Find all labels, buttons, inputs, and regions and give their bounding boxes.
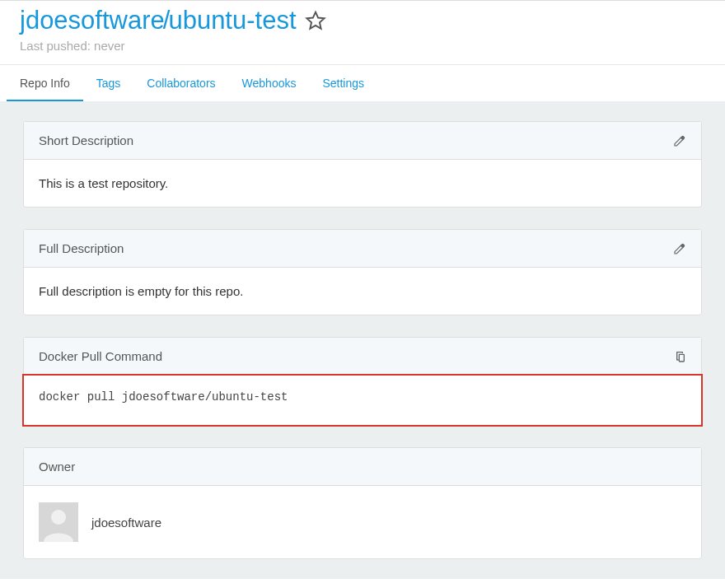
panel-docker-pull: Docker Pull Command docker pull jdoesoft… (23, 337, 702, 426)
owner-row: jdoesoftware (39, 502, 686, 542)
svg-marker-0 (306, 12, 324, 29)
panel-header-docker-pull: Docker Pull Command (24, 338, 701, 376)
panel-title: Docker Pull Command (39, 349, 162, 363)
copy-icon[interactable] (673, 350, 686, 363)
docker-pull-command: docker pull jdoesoftware/ubuntu-test (24, 376, 701, 425)
tab-collaborators[interactable]: Collaborators (133, 65, 228, 101)
tab-tags[interactable]: Tags (83, 65, 134, 101)
svg-point-2 (51, 510, 66, 525)
owner-name: jdoesoftware (91, 516, 161, 530)
tab-repo-info[interactable]: Repo Info (7, 65, 83, 101)
content-area: Short Description This is a test reposit… (0, 101, 725, 579)
panel-header-full-description: Full Description (24, 230, 701, 268)
tab-bar: Repo Info Tags Collaborators Webhooks Se… (0, 64, 725, 101)
panel-full-description: Full Description Full description is emp… (23, 229, 702, 315)
star-icon[interactable] (305, 10, 326, 31)
repo-header: jdoesoftware/ubuntu-test Last pushed: ne… (0, 0, 725, 64)
repo-title: jdoesoftware/ubuntu-test (20, 6, 705, 35)
panel-title: Short Description (39, 133, 133, 147)
panel-owner: Owner jdoesoftware (23, 447, 702, 559)
svg-rect-1 (679, 354, 684, 362)
avatar (39, 502, 78, 542)
full-description-text: Full description is empty for this repo. (24, 268, 701, 315)
owner-body: jdoesoftware (24, 486, 701, 558)
tab-settings[interactable]: Settings (309, 65, 377, 101)
edit-icon[interactable] (673, 134, 686, 147)
panel-title: Full Description (39, 241, 124, 255)
last-pushed-label: Last pushed: never (20, 39, 705, 53)
panel-header-owner: Owner (24, 448, 701, 486)
panel-title: Owner (39, 460, 75, 474)
tab-webhooks[interactable]: Webhooks (229, 65, 310, 101)
edit-icon[interactable] (673, 242, 686, 255)
panel-header-short-description: Short Description (24, 122, 701, 160)
short-description-text: This is a test repository. (24, 160, 701, 207)
repo-name-link[interactable]: ubuntu-test (168, 6, 296, 35)
repo-namespace-link[interactable]: jdoesoftware (20, 6, 165, 35)
panel-short-description: Short Description This is a test reposit… (23, 121, 702, 208)
